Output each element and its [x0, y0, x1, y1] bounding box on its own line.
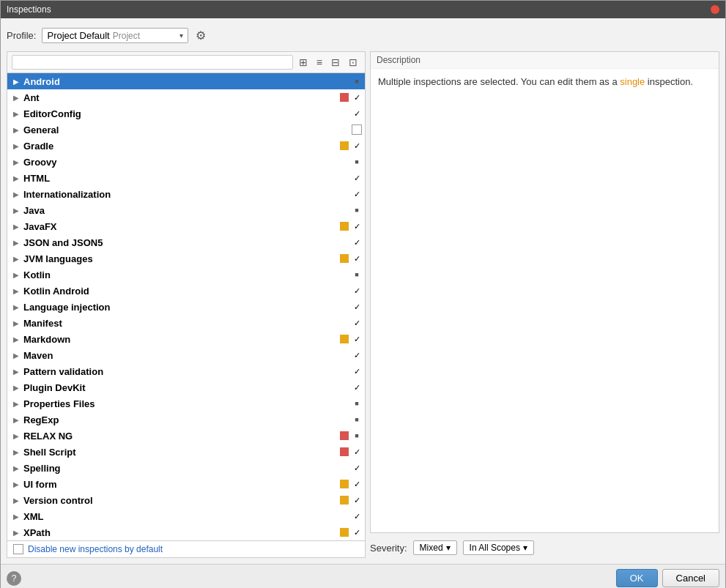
item-label: XPath	[23, 527, 340, 538]
filter-icon[interactable]: ⊞	[296, 55, 311, 70]
tree-item[interactable]: ▶UI form	[7, 476, 365, 492]
description-header: Description	[371, 52, 719, 69]
severity-color-indicator	[340, 480, 349, 488]
item-checkbox[interactable]	[352, 286, 362, 296]
item-checkbox[interactable]	[352, 221, 362, 231]
collapse-all-icon[interactable]: ⊟	[328, 55, 343, 70]
tree-item[interactable]: ▶Maven	[7, 347, 365, 363]
cancel-button[interactable]: Cancel	[662, 569, 719, 587]
item-label: Kotlin Android	[23, 286, 350, 297]
tree-item[interactable]: ▶Groovy	[7, 154, 365, 170]
item-label: RELAX NG	[23, 431, 340, 442]
search-bar: ⊞ ≡ ⊟ ⊡	[7, 52, 365, 73]
tree-item[interactable]: ▶Properties Files	[7, 395, 365, 412]
window-title: Inspections	[7, 4, 51, 15]
scope-value: In All Scopes	[470, 543, 520, 553]
scope-select[interactable]: In All Scopes ▾	[463, 540, 534, 555]
tree-item[interactable]: ▶Gradle	[7, 138, 365, 154]
item-checkbox[interactable]	[352, 237, 362, 248]
item-label: Kotlin	[23, 269, 350, 280]
description-text-2: inspection.	[645, 76, 693, 87]
item-checkbox[interactable]	[352, 253, 362, 264]
tree-item[interactable]: ▶Kotlin Android	[7, 283, 365, 299]
severity-color-indicator	[340, 141, 349, 150]
chevron-right-icon: ▶	[13, 303, 23, 311]
search-input[interactable]	[12, 55, 293, 70]
item-checkbox[interactable]	[352, 511, 362, 521]
item-checkbox[interactable]	[352, 431, 362, 441]
tree-item[interactable]: ▶Android	[7, 73, 365, 89]
ok-button[interactable]: OK	[616, 569, 658, 587]
item-label: JSON and JSON5	[23, 237, 350, 248]
item-checkbox[interactable]	[352, 398, 362, 409]
left-panel: ⊞ ≡ ⊟ ⊡ ▶Android▶Ant▶EditorConfig▶Genera…	[7, 51, 366, 558]
severity-color-indicator	[340, 496, 349, 505]
item-checkbox[interactable]	[352, 479, 362, 489]
toggle-icon[interactable]: ⊡	[346, 55, 360, 70]
tree-item[interactable]: ▶Java	[7, 202, 365, 218]
chevron-right-icon: ▶	[13, 496, 23, 505]
expand-all-icon[interactable]: ≡	[314, 55, 325, 70]
tree-item[interactable]: ▶Plugin DevKit	[7, 379, 365, 395]
item-checkbox[interactable]	[352, 124, 362, 135]
tree-item[interactable]: ▶Shell Script	[7, 444, 365, 460]
tree-item[interactable]: ▶Ant	[7, 89, 365, 105]
tree-item[interactable]: ▶Pattern validation	[7, 363, 365, 379]
item-label: Markdown	[23, 334, 340, 345]
item-checkbox[interactable]	[352, 189, 362, 199]
tree-item[interactable]: ▶Manifest	[7, 315, 365, 331]
profile-row: Profile: Project Default Project ▾ ⚙	[7, 24, 719, 47]
item-label: General	[23, 124, 352, 135]
item-checkbox[interactable]	[352, 318, 362, 328]
item-checkbox[interactable]	[352, 173, 362, 183]
item-checkbox[interactable]	[352, 108, 362, 119]
tree-item[interactable]: ▶Markdown	[7, 331, 365, 347]
tree-item[interactable]: ▶General	[7, 122, 365, 138]
tree-item[interactable]: ▶Language injection	[7, 299, 365, 315]
item-checkbox[interactable]	[352, 350, 362, 360]
item-label: Internationalization	[23, 189, 350, 200]
item-checkbox[interactable]	[352, 495, 362, 505]
severity-row: Severity: Mixed ▾ In All Scopes ▾	[370, 537, 719, 558]
profile-select[interactable]: Project Default Project ▾	[42, 28, 188, 43]
gear-button[interactable]: ⚙	[194, 27, 207, 44]
tree-item[interactable]: ▶Internationalization	[7, 186, 365, 202]
disable-checkbox[interactable]	[13, 544, 23, 554]
item-checkbox[interactable]	[352, 141, 362, 151]
chevron-right-icon: ▶	[13, 351, 23, 360]
item-checkbox[interactable]	[352, 463, 362, 473]
disable-label[interactable]: Disable new inspections by default	[28, 544, 163, 554]
tree-item[interactable]: ▶EditorConfig	[7, 105, 365, 122]
tree-item[interactable]: ▶RegExp	[7, 412, 365, 428]
tree-item[interactable]: ▶RELAX NG	[7, 428, 365, 444]
item-checkbox[interactable]	[352, 366, 362, 376]
item-checkbox[interactable]	[352, 92, 362, 103]
close-button[interactable]	[711, 5, 719, 14]
tree-item[interactable]: ▶JavaFX	[7, 218, 365, 234]
item-checkbox[interactable]	[352, 269, 362, 280]
tree-item[interactable]: ▶XML	[7, 508, 365, 524]
help-button[interactable]: ?	[7, 571, 21, 586]
item-checkbox[interactable]	[352, 205, 362, 215]
item-checkbox[interactable]	[352, 334, 362, 344]
item-checkbox[interactable]	[352, 382, 362, 392]
tree-item[interactable]: ▶HTML	[7, 170, 365, 186]
severity-color-indicator	[340, 431, 349, 440]
title-bar: Inspections	[1, 1, 725, 18]
item-checkbox[interactable]	[352, 447, 362, 457]
tree-item[interactable]: ▶Version control	[7, 492, 365, 508]
item-checkbox[interactable]	[352, 527, 362, 537]
item-checkbox[interactable]	[352, 414, 362, 425]
tree-list: ▶Android▶Ant▶EditorConfig▶General▶Gradle…	[7, 73, 365, 540]
tree-item[interactable]: ▶JSON and JSON5	[7, 234, 365, 250]
tree-item[interactable]: ▶JVM languages	[7, 250, 365, 267]
tree-item[interactable]: ▶Kotlin	[7, 267, 365, 283]
severity-select[interactable]: Mixed ▾	[413, 540, 457, 555]
item-checkbox[interactable]	[352, 157, 362, 167]
chevron-right-icon: ▶	[13, 464, 23, 472]
item-label: Language injection	[23, 302, 350, 313]
item-checkbox[interactable]	[352, 302, 362, 312]
item-checkbox[interactable]	[352, 76, 362, 86]
tree-item[interactable]: ▶XPath	[7, 524, 365, 540]
tree-item[interactable]: ▶Spelling	[7, 460, 365, 476]
